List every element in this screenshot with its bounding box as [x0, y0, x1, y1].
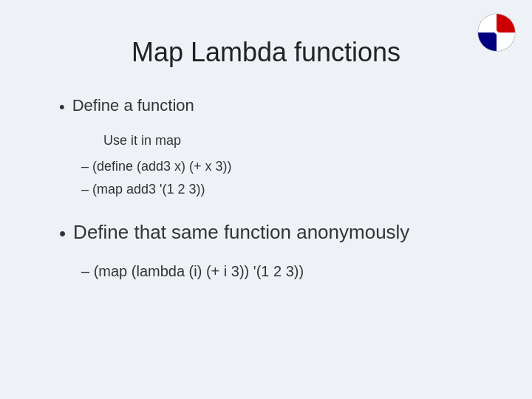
bullet-1-sub2: – (map add3 '(1 2 3)): [81, 180, 488, 200]
logo: [477, 13, 516, 52]
bullet-marker-2: •: [59, 220, 66, 247]
slide: Map Lambda functions • Define a function…: [0, 0, 532, 399]
bullet-2: • Define that same function anonymously: [59, 219, 488, 247]
bullet-1-text: Define a function: [72, 95, 194, 117]
content-area: • Define a function Use it in map – (def…: [44, 95, 488, 282]
use-it-in-map-text: Use it in map: [103, 131, 488, 151]
bullet-2-subitems: – (map (lambda (i) (+ i 3)) '(1 2 3)): [81, 260, 488, 282]
bullet-marker-1: •: [59, 96, 65, 119]
bullet-1-sub1: – (define (add3 x) (+ x 3)): [81, 157, 488, 177]
bullet-2-text: Define that same function anonymously: [73, 219, 409, 245]
bullet-1: • Define a function: [59, 95, 488, 119]
bullet-2-sub1: – (map (lambda (i) (+ i 3)) '(1 2 3)): [81, 263, 304, 279]
bullet-1-subitems: Use it in map – (define (add3 x) (+ x 3)…: [81, 131, 488, 200]
slide-title: Map Lambda functions: [44, 37, 488, 68]
